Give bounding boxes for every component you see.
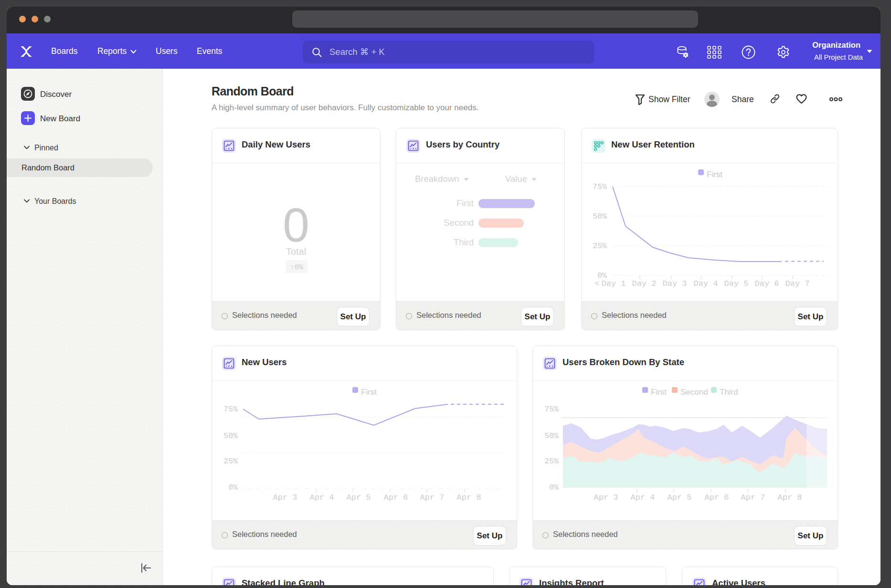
svg-text:0%: 0%: [549, 483, 559, 492]
svg-text:75%: 75%: [223, 405, 238, 414]
svg-text:75%: 75%: [593, 182, 607, 191]
svg-text:50%: 50%: [593, 212, 607, 221]
svg-text:Apr 7: Apr 7: [741, 493, 765, 502]
svg-text:Day 5: Day 5: [724, 279, 748, 288]
svg-text:75%: 75%: [544, 405, 559, 414]
svg-text:25%: 25%: [223, 457, 238, 466]
svg-text:First: First: [651, 388, 667, 397]
svg-text:Second: Second: [680, 388, 708, 397]
svg-text:50%: 50%: [223, 431, 238, 441]
svg-text:Apr 5: Apr 5: [667, 493, 691, 502]
svg-text:Day 6: Day 6: [754, 279, 779, 288]
svg-text:Day 7: Day 7: [785, 279, 809, 288]
svg-text:Apr 3: Apr 3: [273, 493, 297, 502]
svg-text:Day 4: Day 4: [693, 279, 718, 288]
svg-text:Apr 5: Apr 5: [346, 493, 371, 502]
svg-text:First: First: [361, 388, 377, 397]
svg-text:Third: Third: [720, 388, 738, 397]
svg-text:Apr 3: Apr 3: [594, 493, 618, 502]
svg-text:50%: 50%: [544, 431, 559, 441]
svg-text:<: <: [594, 279, 599, 288]
svg-text:Apr 4: Apr 4: [630, 493, 655, 502]
svg-text:0%: 0%: [228, 483, 238, 492]
svg-text:Day 3: Day 3: [662, 279, 687, 288]
svg-text:Day 2: Day 2: [632, 279, 656, 288]
svg-text:Apr 7: Apr 7: [420, 493, 444, 502]
svg-text:Apr 4: Apr 4: [309, 493, 334, 502]
svg-text:First: First: [707, 170, 722, 179]
svg-text:25%: 25%: [593, 242, 607, 251]
svg-text:Apr 6: Apr 6: [383, 493, 408, 502]
svg-text:Apr 8: Apr 8: [777, 493, 802, 502]
svg-text:Apr 6: Apr 6: [704, 493, 729, 502]
svg-text:Day 1: Day 1: [601, 279, 626, 288]
svg-text:25%: 25%: [544, 457, 559, 466]
svg-text:Apr 8: Apr 8: [456, 493, 481, 502]
